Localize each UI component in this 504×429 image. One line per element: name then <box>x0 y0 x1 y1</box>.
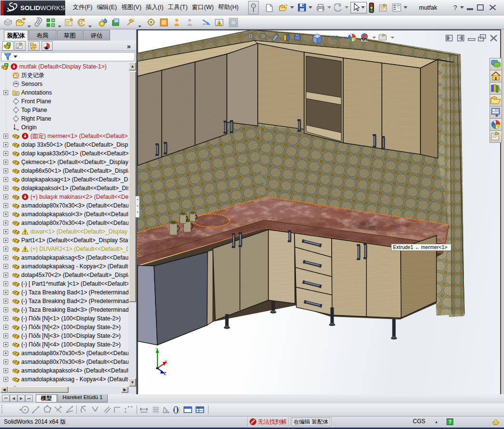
svg-text:?: ? <box>453 4 457 12</box>
svg-text:Z: Z <box>164 371 167 376</box>
svg-text:?: ? <box>448 419 451 425</box>
svg-text:A: A <box>15 92 17 95</box>
svg-text:!: ! <box>219 22 220 26</box>
svg-text:Y: Y <box>155 347 158 352</box>
svg-text:X: X <box>165 360 168 364</box>
